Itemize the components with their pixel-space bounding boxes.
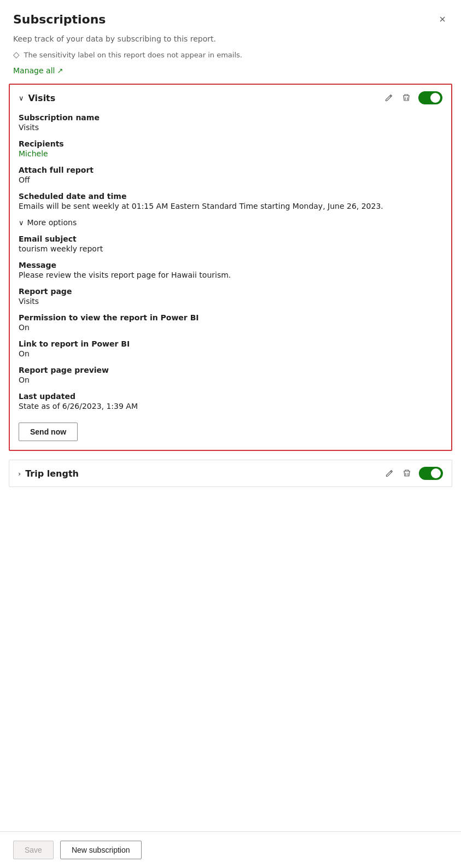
- more-options-row[interactable]: ∨ More options: [19, 218, 442, 227]
- link-label: Link to report in Power BI: [19, 339, 442, 348]
- visits-subscription-card: ∨ Visits: [9, 84, 452, 451]
- panel-header: Subscriptions ×: [0, 0, 461, 32]
- message-label: Message: [19, 261, 442, 269]
- email-subject-value: tourism weekly report: [19, 244, 442, 253]
- recipients-value[interactable]: Michele: [19, 149, 48, 158]
- message-value: Please review the visits report page for…: [19, 271, 442, 279]
- new-subscription-button[interactable]: New subscription: [60, 841, 142, 859]
- trip-length-card-header: › Trip length: [18, 467, 443, 480]
- visits-toggle[interactable]: [418, 91, 442, 104]
- report-page-label: Report page: [19, 287, 442, 296]
- visits-title-row: ∨ Visits: [19, 93, 55, 103]
- visits-delete-button[interactable]: [401, 92, 412, 103]
- send-now-button[interactable]: Send now: [19, 423, 78, 441]
- message-field: Message Please review the visits report …: [19, 261, 442, 279]
- panel-footer: Save New subscription: [0, 831, 461, 868]
- attach-full-report-label: Attach full report: [19, 166, 442, 174]
- trip-length-edit-button[interactable]: [384, 468, 395, 479]
- manage-all-link[interactable]: Manage all ↗: [13, 66, 63, 75]
- subscription-name-field: Subscription name Visits: [19, 113, 442, 132]
- manage-all-label: Manage all: [13, 66, 55, 75]
- trip-length-subscription-card: › Trip length: [9, 460, 452, 487]
- panel-title: Subscriptions: [13, 13, 106, 26]
- visits-card-header: ∨ Visits: [19, 91, 442, 104]
- link-field: Link to report in Power BI On: [19, 339, 442, 358]
- attach-full-report-field: Attach full report Off: [19, 166, 442, 184]
- trip-length-title-row: › Trip length: [18, 468, 79, 479]
- report-page-value: Visits: [19, 297, 442, 306]
- subtitle-text: Keep track of your data by subscribing t…: [0, 32, 461, 48]
- preview-value: On: [19, 376, 442, 384]
- visits-card-actions: [383, 91, 442, 104]
- subscription-name-label: Subscription name: [19, 113, 442, 122]
- visits-edit-button[interactable]: [383, 92, 394, 103]
- sensitivity-icon: ◇: [13, 50, 20, 60]
- visits-chevron-icon[interactable]: ∨: [19, 94, 24, 102]
- preview-label: Report page preview: [19, 366, 442, 374]
- more-options-chevron: ∨: [19, 219, 24, 227]
- email-subject-label: Email subject: [19, 234, 442, 243]
- subscription-name-value: Visits: [19, 123, 442, 132]
- recipients-label: Recipients: [19, 139, 442, 148]
- sensitivity-notice-row: ◇ The sensitivity label on this report d…: [0, 48, 461, 64]
- attach-full-report-value: Off: [19, 175, 442, 184]
- scheduled-value: Emails will be sent weekly at 01:15 AM E…: [19, 202, 442, 210]
- report-page-field: Report page Visits: [19, 287, 442, 306]
- recipients-field: Recipients Michele: [19, 139, 442, 158]
- trip-length-card-actions: [384, 467, 443, 480]
- trip-length-delete-button[interactable]: [401, 468, 412, 479]
- sensitivity-notice-text: The sensitivity label on this report doe…: [24, 51, 242, 59]
- email-subject-field: Email subject tourism weekly report: [19, 234, 442, 253]
- subscriptions-panel: Subscriptions × Keep track of your data …: [0, 0, 461, 868]
- manage-all-row: Manage all ↗: [0, 64, 461, 84]
- trip-length-chevron-icon[interactable]: ›: [18, 470, 21, 478]
- external-link-icon: ↗: [57, 67, 63, 75]
- trip-length-card-title: Trip length: [25, 468, 79, 479]
- visits-card-title: Visits: [28, 93, 56, 103]
- last-updated-value: State as of 6/26/2023, 1:39 AM: [19, 402, 442, 410]
- last-updated-field: Last updated State as of 6/26/2023, 1:39…: [19, 392, 442, 410]
- scheduled-field: Scheduled date and time Emails will be s…: [19, 192, 442, 210]
- permission-label: Permission to view the report in Power B…: [19, 313, 442, 322]
- more-options-label: More options: [27, 218, 77, 227]
- permission-field: Permission to view the report in Power B…: [19, 313, 442, 332]
- preview-field: Report page preview On: [19, 366, 442, 384]
- save-button: Save: [13, 841, 54, 859]
- link-value: On: [19, 349, 442, 358]
- permission-value: On: [19, 323, 442, 332]
- last-updated-label: Last updated: [19, 392, 442, 401]
- close-button[interactable]: ×: [437, 11, 448, 28]
- trip-length-toggle[interactable]: [419, 467, 443, 480]
- scheduled-label: Scheduled date and time: [19, 192, 442, 201]
